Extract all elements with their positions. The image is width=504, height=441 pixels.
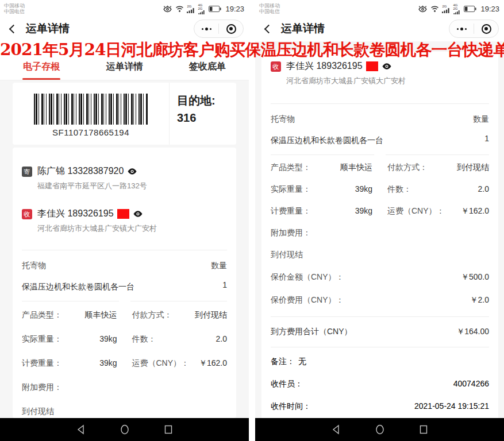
carrier-labels: 中国移动 中国电信 [259, 3, 280, 14]
goods-name: 保温压边机和长款卷圆机各一台 [271, 134, 391, 146]
insured-amount-row: 保价金额（CNY）： ￥500.0 [271, 266, 489, 289]
detail-label: 附加费用： [271, 228, 311, 238]
receiver-address: 河北省廊坊市大城县广安镇大广安村 [286, 76, 406, 86]
sender-block: 寄 陈广锦 13328387920 福建省南平市延平区八一路132号 [22, 165, 227, 191]
sender-address: 福建省南平市延平区八一路132号 [37, 181, 147, 191]
waybill-detail-card: 收 李佳兴 189326195 河北省廊坊市大城县广安镇大广安村 托寄物 数量 … [261, 52, 498, 420]
tab-waybill-detail[interactable]: 运单详情 [83, 61, 166, 80]
goods-qty: 1 [484, 134, 489, 143]
phone-redaction-block [366, 61, 378, 71]
detail-label: 件数： [387, 184, 411, 195]
detail-label: 实际重量： [271, 184, 311, 195]
page-title: 运单详情 [281, 21, 325, 36]
close-button[interactable] [219, 20, 243, 37]
goods-row: 保温压边机和长款卷圆机各一台 1 [271, 134, 489, 146]
receiver-address: 河北省廊坊市大城县广安镇大广安村 [37, 223, 157, 234]
receiver-name-phone: 李佳兴 189326195 [37, 207, 114, 220]
tab-signed-receipt[interactable]: 签收底单 [166, 61, 249, 80]
receiver-block: 收 李佳兴 189326195 河北省廊坊市大城县广安镇大广安村 [271, 60, 489, 86]
eye-protection-icon [418, 5, 428, 13]
android-nav-bar [0, 418, 249, 441]
screenshot-pair: 中国移动 中国电信 2G 4G 2G 19:23 [0, 0, 504, 441]
detail-label: 到付现结 [271, 250, 303, 260]
back-icon[interactable] [9, 24, 18, 33]
carrier-1: 中国移动 [259, 3, 280, 9]
receiver-block: 收 李佳兴 189326195 河北省廊坊市大城县广安镇大广安村 [22, 207, 227, 234]
android-recents-button[interactable] [418, 424, 429, 435]
signal-sim2-icon: 4G 2G [198, 3, 206, 14]
wifi-icon [175, 5, 184, 12]
detail-label: 实际重量： [22, 334, 62, 345]
insured-amount-label: 保价金额（CNY）： [271, 272, 344, 283]
more-icon [457, 28, 467, 30]
barcode [34, 94, 148, 125]
details-grid: 产品类型：顺丰快运 付款方式：到付现结 实际重量：39kg 件数：2.0 计费重… [22, 303, 227, 418]
detail-label: 付款方式： [132, 310, 172, 320]
app-bar: 运单详情 [255, 16, 504, 41]
more-button[interactable] [449, 20, 474, 37]
total-due-label: 到方费用合计（CNY） [271, 327, 352, 337]
insurance-fee-value: ￥2.0 [470, 295, 489, 305]
show-phone-icon[interactable] [133, 210, 143, 218]
courier-label: 收件员： [271, 379, 303, 389]
miniprogram-capsule [449, 20, 499, 38]
destination-block: 目的地: 316 [169, 83, 236, 145]
carrier-2: 中国电信 [259, 9, 280, 14]
carrier-labels: 中国移动 中国电信 [4, 3, 25, 14]
remark-row: 备注： 无 [271, 347, 489, 367]
detail-value: 2.0 [478, 184, 489, 195]
carrier-2: 中国电信 [4, 9, 25, 14]
waybill-info-card: 寄 陈广锦 13328387920 福建省南平市延平区八一路132号 收 李佳兴… [13, 148, 236, 418]
miniprogram-capsule [194, 20, 244, 38]
goods-row: 保温压边机和长款卷圆机各一台 1 [22, 280, 227, 293]
receiver-badge: 收 [22, 209, 32, 219]
show-phone-icon[interactable] [127, 168, 137, 175]
android-nav-bar [255, 418, 504, 441]
close-button[interactable] [474, 20, 498, 37]
remark-label: 备注： [271, 357, 295, 367]
phone-redaction-block [117, 209, 129, 219]
goods-qty: 1 [222, 280, 227, 289]
courier-value: 40074266 [453, 379, 489, 389]
destination-code: 316 [177, 109, 236, 126]
right-phone: 中国移动 中国电信 2G 4G 2G 19:23 [255, 0, 504, 441]
detail-label: 件数： [132, 334, 156, 345]
goods-col-item: 托寄物 [22, 261, 46, 271]
detail-label: 运费（CNY）： [132, 358, 190, 369]
pickup-time-row: 收件时间： 2021-05-24 19:15:21 [271, 401, 489, 412]
pickup-time-value: 2021-05-24 19:15:21 [414, 401, 489, 412]
android-home-button[interactable] [120, 424, 130, 435]
goods-header: 托寄物 数量 [271, 104, 489, 125]
goods-header: 托寄物 数量 [22, 250, 227, 271]
detail-value: 到付现结 [457, 163, 489, 173]
detail-value: 39kg [355, 206, 372, 216]
detail-value: ￥162.0 [199, 358, 227, 369]
android-back-button[interactable] [331, 424, 341, 435]
detail-value: 2.0 [216, 334, 227, 345]
total-due-value: ￥164.00 [456, 327, 489, 337]
remark-value: 无 [298, 357, 306, 367]
status-bar: 中国移动 中国电信 2G 4G 2G 19:23 [255, 0, 504, 16]
carrier-1: 中国移动 [4, 3, 25, 9]
goods-col-qty: 数量 [473, 114, 489, 125]
back-icon[interactable] [264, 24, 274, 33]
detail-value: 39kg [99, 358, 117, 369]
detail-value: 到付现结 [195, 310, 227, 320]
exit-target-icon [226, 24, 236, 34]
detail-value: 39kg [355, 184, 372, 195]
android-recents-button[interactable] [163, 424, 174, 435]
more-button[interactable] [194, 20, 218, 37]
detail-label: 附加费用： [22, 382, 62, 393]
battery-icon [464, 6, 476, 12]
page-title: 运单详情 [26, 21, 70, 36]
android-back-button[interactable] [76, 424, 86, 435]
tab-electronic-stub[interactable]: 电子存根 [0, 61, 83, 80]
android-home-button[interactable] [375, 424, 385, 435]
signal-sim2-icon: 4G 2G [453, 3, 461, 14]
goods-name: 保温压边机和长款卷圆机各一台 [22, 280, 143, 293]
detail-value: 顺丰快运 [340, 163, 372, 173]
show-phone-icon[interactable] [382, 63, 392, 70]
left-phone: 中国移动 中国电信 2G 4G 2G 19:23 [0, 0, 249, 441]
divider [271, 154, 489, 155]
signal-sim1-icon: 2G [442, 5, 450, 13]
